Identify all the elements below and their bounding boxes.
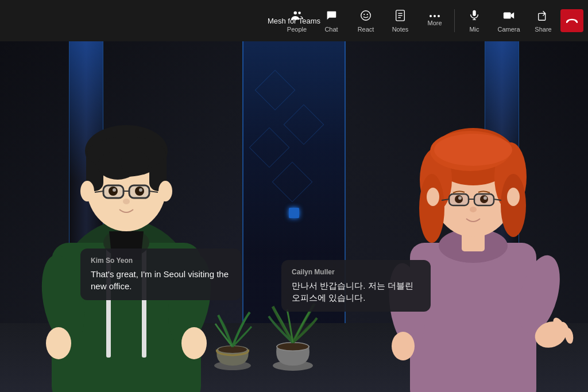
door-hex-2 (284, 104, 324, 145)
react-label: React (358, 26, 374, 33)
svg-point-2 (361, 10, 371, 20)
share-label: Share (535, 26, 551, 33)
svg-point-3 (363, 14, 365, 15)
door-hex-4 (272, 162, 313, 203)
svg-point-4 (367, 14, 368, 15)
speaker-name-right: Cailyn Muller (292, 268, 420, 276)
scene: Kim So Yeon That's great, I'm in Seoul v… (0, 41, 588, 392)
svg-point-41 (80, 181, 94, 201)
svg-point-28 (121, 151, 149, 174)
people-button[interactable]: People (280, 0, 314, 41)
toolbar-divider (454, 9, 455, 32)
svg-point-74 (392, 332, 415, 360)
speech-bubble-left: Kim So Yeon That's great, I'm in Seoul v… (80, 249, 241, 300)
svg-point-57 (434, 134, 512, 166)
toolbar: People Chat React (280, 0, 588, 41)
svg-point-42 (158, 181, 172, 201)
more-label: More (427, 20, 442, 26)
avatar-kim-so-yeon (17, 71, 235, 392)
svg-point-46 (181, 327, 207, 359)
speech-bubble-right: Cailyn Muller 만나서 반갑습니다. 저는 더블린 오피스에 있습니… (281, 260, 431, 312)
react-icon (359, 9, 372, 24)
chat-button[interactable]: Chat (314, 0, 349, 41)
svg-point-55 (419, 174, 444, 243)
speaker-name-left: Kim So Yeon (91, 257, 231, 265)
notes-label: Notes (392, 26, 409, 33)
mic-icon (468, 9, 481, 24)
svg-rect-12 (504, 12, 511, 18)
svg-point-81 (218, 346, 247, 353)
plant-left-svg (207, 292, 258, 372)
plant-left (207, 292, 258, 375)
door-hex-3 (249, 127, 290, 168)
door-button (289, 208, 299, 218)
svg-point-69 (470, 207, 477, 212)
svg-point-39 (139, 188, 142, 192)
more-icon (430, 15, 440, 17)
svg-point-0 (294, 11, 297, 14)
people-icon (291, 9, 303, 24)
svg-point-84 (277, 343, 308, 351)
avatar-cailyn-muller (370, 82, 577, 392)
svg-point-67 (458, 196, 462, 200)
camera-label: Camera (497, 26, 520, 33)
camera-icon (502, 9, 515, 24)
mic-button[interactable]: Mic (457, 0, 492, 41)
speech-text-right: 만나서 반갑습니다. 저는 더블린 오피스에 있습니다. (292, 280, 420, 304)
end-call-button[interactable] (560, 9, 583, 32)
svg-point-38 (113, 188, 116, 192)
svg-point-45 (46, 327, 71, 359)
more-button[interactable]: More (417, 0, 452, 41)
svg-rect-9 (473, 10, 476, 15)
people-label: People (287, 26, 307, 33)
avatar-left-svg (17, 71, 235, 392)
notes-button[interactable]: Notes (383, 0, 417, 41)
svg-point-71 (507, 188, 520, 206)
svg-point-68 (483, 196, 487, 200)
camera-button[interactable]: Camera (492, 0, 526, 41)
svg-point-40 (123, 199, 130, 204)
share-icon (537, 9, 550, 24)
chat-label: Chat (324, 26, 338, 33)
react-button[interactable]: React (349, 0, 383, 41)
avatar-right-svg (370, 82, 577, 392)
svg-point-1 (298, 11, 301, 14)
mic-label: Mic (469, 26, 479, 33)
notes-icon (394, 9, 407, 24)
share-button[interactable]: Share (526, 0, 560, 41)
svg-point-70 (427, 188, 439, 206)
door-hex-1 (255, 70, 296, 111)
chat-icon (325, 9, 338, 24)
speech-text-left: That's great, I'm in Seoul visiting the … (91, 268, 231, 292)
titlebar: Mesh for Teams People Chat (0, 0, 588, 41)
